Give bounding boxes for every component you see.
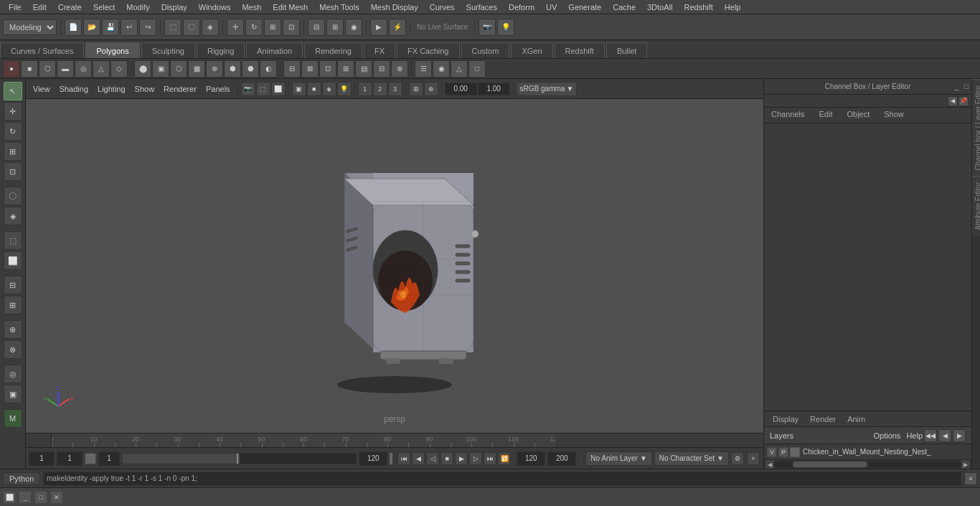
window-maximize-btn[interactable]: □ [34,491,47,504]
plane-btn[interactable]: ▬ [57,60,74,78]
vp-menu-renderer[interactable]: Renderer [159,83,201,95]
horizontal-scrollbar[interactable]: ◀ ▶ [764,460,971,469]
move-tool-btn[interactable]: ✛ [4,102,22,121]
grid-toggle-btn[interactable]: ⊞ [4,296,22,314]
bridge-btn[interactable]: ⊡ [319,60,336,78]
menu-mesh[interactable]: Mesh [236,1,267,13]
universal-tool-btn[interactable]: ⊡ [4,162,22,181]
anim-end-input[interactable] [517,451,545,466]
sub-tab-anim[interactable]: Anim [842,413,871,425]
viewport-canvas[interactable]: persp X Y Z [26,99,763,433]
cylinder-btn[interactable]: ⬡ [39,60,56,78]
poly-disc-btn[interactable]: ⬣ [242,60,259,78]
start-frame-input[interactable] [29,451,55,466]
open-scene-btn[interactable]: 📂 [83,19,100,36]
vp-wire-btn[interactable]: ▣ [292,82,306,96]
poly-pipe-btn[interactable]: ◐ [260,60,277,78]
new-scene-btn[interactable]: 📄 [65,19,82,36]
command-line[interactable]: makeIdentity -apply true -t 1 -r 1 -s 1 … [43,472,961,486]
python-toggle-btn[interactable]: Python [3,472,40,485]
vp-menu-show[interactable]: Show [131,83,159,95]
rotate-btn[interactable]: ↻ [245,19,263,36]
marquee2-btn[interactable]: ⬜ [4,251,22,270]
tab-custom[interactable]: Custom [461,42,510,58]
extrude-btn[interactable]: ⊟ [283,60,301,78]
snap-point-btn[interactable]: ◉ [345,19,362,36]
next-end-btn[interactable]: ⏭ [484,452,496,465]
wire-btn[interactable]: ▣ [4,385,22,403]
menu-generate[interactable]: Generate [562,1,607,13]
ipr-btn[interactable]: ⚡ [389,19,406,36]
cube-btn[interactable]: ■ [21,60,38,78]
script-editor-btn[interactable]: ≡ [964,472,977,485]
poly-cyl-btn[interactable]: ⬡ [170,60,187,78]
window-minimize-btn[interactable]: _ [19,491,32,504]
menu-uv[interactable]: UV [540,1,562,13]
redo-btn[interactable]: ↪ [139,19,156,36]
menu-edit[interactable]: Edit [27,1,52,13]
menu-help[interactable]: Help [719,1,747,13]
vertical-tab-attr-editor[interactable]: Attribute Editor [972,176,980,235]
vp-menu-view[interactable]: View [29,83,55,95]
vp-menu-shading[interactable]: Shading [55,83,93,95]
vp-cam2-btn[interactable]: ⬚ [256,82,270,96]
tab-redshift[interactable]: Redshift [555,42,605,58]
window-close-btn[interactable]: ✕ [50,491,63,504]
menu-deform[interactable]: Deform [503,1,540,13]
insert-loop-btn[interactable]: ⊕ [391,60,408,78]
menu-display[interactable]: Display [156,1,193,13]
maya-logo-btn[interactable]: M [4,409,22,428]
channel-box-close-btn[interactable]: _ [954,83,958,90]
menu-mesh-tools[interactable]: Mesh Tools [314,1,364,13]
layers-options[interactable]: Options [873,431,900,440]
tab-sculpting[interactable]: Sculpting [141,42,195,58]
scale-tool-btn[interactable]: ⊞ [4,142,22,161]
lasso-btn[interactable]: 〇 [183,19,200,36]
vp-grid-btn[interactable]: ⊞ [409,82,423,96]
layers-help[interactable]: Help [906,431,923,440]
vp-light-btn[interactable]: 💡 [337,82,352,96]
snap-grid-btn[interactable]: ⊟ [308,19,325,36]
menu-surfaces[interactable]: Surfaces [461,1,503,13]
menu-create[interactable]: Create [52,1,88,13]
torus-btn[interactable]: ◎ [75,60,92,78]
prev-frame-btn[interactable]: ◀ [412,452,425,465]
menu-3dtoall[interactable]: 3DtoAll [641,1,678,13]
tab-fx-caching[interactable]: FX Caching [397,42,459,58]
lasso-tool-btn[interactable]: 〇 [4,187,22,205]
menu-select[interactable]: Select [88,1,121,13]
light-tools-btn[interactable]: ⊗ [4,340,22,359]
camera-btn[interactable]: 📷 [479,19,496,36]
vp-field2[interactable]: 1.00 [478,83,510,95]
vp-solid-btn[interactable]: ■ [307,82,321,96]
tab-xgen[interactable]: XGen [511,42,552,58]
tab-polygons[interactable]: Polygons [85,42,139,58]
tab-edit[interactable]: Edit [811,108,839,123]
tab-show[interactable]: Show [877,108,911,123]
vp-field1[interactable]: 0.00 [445,83,477,95]
bevel-btn[interactable]: ⊠ [301,60,319,78]
current-frame-display[interactable] [98,451,120,466]
menu-windows[interactable]: Windows [193,1,237,13]
transform-btn[interactable]: ⊡ [283,19,300,36]
menu-mesh-display[interactable]: Mesh Display [365,1,424,13]
paint-btn[interactable]: ◈ [202,19,219,36]
layers-next-btn[interactable]: ▶ [953,429,966,442]
vp-menu-panels[interactable]: Panels [202,83,235,95]
vp-smooth2-btn[interactable]: 2 [373,82,387,96]
char-set-btn3[interactable]: + [747,452,760,465]
triangulate-btn[interactable]: △ [451,60,468,78]
vp-menu-lighting[interactable]: Lighting [93,83,130,95]
select-tool-btn[interactable]: ↖ [4,82,22,100]
loop-btn[interactable]: 🔁 [498,452,511,465]
timeline-range[interactable] [122,453,357,464]
vp-smooth1-btn[interactable]: 1 [358,82,372,96]
total-frames-input[interactable] [547,451,576,466]
render-btn[interactable]: ▶ [370,19,387,36]
menu-edit-mesh[interactable]: Edit Mesh [267,1,314,13]
scrollbar-thumb[interactable] [793,462,867,467]
scale-btn[interactable]: ⊞ [264,19,281,36]
layer-v-btn[interactable]: V [767,447,777,457]
vertical-tab-channel-box[interactable]: Channel box / Layer Editor [972,79,980,176]
char-set-dropdown[interactable]: No Character Set ▼ [654,451,729,466]
